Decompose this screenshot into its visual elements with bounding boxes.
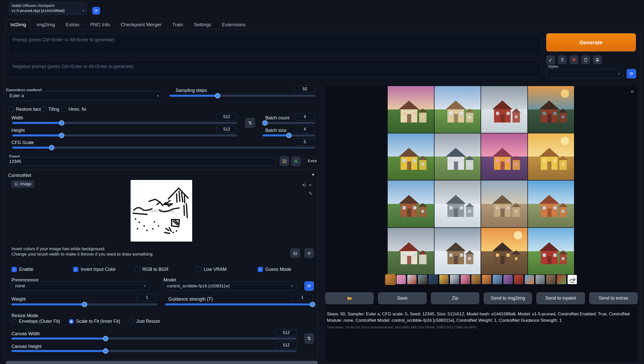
- gallery-image[interactable]: [481, 86, 527, 133]
- slider-knob[interactable]: [286, 133, 291, 138]
- clear-canvas-icon[interactable]: ×: [309, 182, 312, 188]
- clear-prompt-button[interactable]: [558, 55, 567, 64]
- slider-knob[interactable]: [59, 120, 64, 126]
- batch-count-slider[interactable]: [262, 122, 315, 124]
- save-style-button[interactable]: [593, 55, 602, 64]
- height-value[interactable]: 512: [216, 126, 237, 133]
- canvas-height-slider[interactable]: [11, 350, 297, 352]
- gallery-image[interactable]: [388, 133, 434, 180]
- gallery-image[interactable]: [435, 86, 481, 133]
- zip-button[interactable]: Zip: [431, 292, 479, 304]
- invert-input-color-checkbox[interactable]: Invert Input Color: [73, 267, 116, 272]
- random-seed-button[interactable]: ⚂: [280, 157, 289, 166]
- paste-params-button[interactable]: ↙: [546, 55, 555, 64]
- gallery-thumbnail[interactable]: [482, 275, 492, 284]
- tab-extensions[interactable]: Extensions: [217, 19, 250, 30]
- canvas-settings-button[interactable]: [304, 248, 314, 258]
- resize-mode-just-resize[interactable]: Just Resize: [129, 319, 160, 324]
- brush-icon[interactable]: ✎: [309, 191, 312, 196]
- slider-knob[interactable]: [103, 336, 108, 341]
- close-gallery-icon[interactable]: ×: [630, 88, 634, 95]
- gallery-thumbnail[interactable]: [557, 275, 566, 284]
- tab-settings[interactable]: Settings: [189, 19, 216, 30]
- new-canvas-button[interactable]: [290, 248, 300, 258]
- gallery-thumbnail[interactable]: [396, 275, 406, 284]
- tiling-checkbox[interactable]: Tiling: [41, 107, 59, 112]
- gallery-image[interactable]: [481, 180, 527, 227]
- extra-seed-checkbox[interactable]: Extra: [302, 158, 317, 163]
- batch-size-value[interactable]: 4: [295, 126, 315, 133]
- preprocessor-dropdown[interactable]: none ▾: [11, 281, 149, 291]
- collapse-icon[interactable]: ▼: [311, 173, 315, 177]
- gallery-image[interactable]: [528, 228, 574, 275]
- rgb-to-bgr-checkbox[interactable]: RGB to BGR: [135, 267, 169, 272]
- gallery-thumbnail[interactable]: [460, 275, 470, 284]
- styles-dropdown[interactable]: ▾: [546, 69, 623, 78]
- styles-refresh-button[interactable]: ⟳: [627, 69, 636, 78]
- save-button[interactable]: Save: [378, 292, 426, 304]
- send-to-img2img-button[interactable]: Send to img2img: [484, 292, 532, 304]
- width-slider[interactable]: [12, 122, 237, 124]
- guidance-strength-slider[interactable]: [165, 303, 313, 305]
- gallery-thumbnail[interactable]: [546, 275, 556, 284]
- checkpoint-selector[interactable]: Stable Diffusion checkpoint v1-5-pruned.…: [9, 2, 87, 15]
- low-vram-checkbox[interactable]: Low VRAM: [196, 267, 227, 272]
- gallery-image[interactable]: [388, 228, 434, 275]
- controlnet-model-dropdown[interactable]: control_scribble-fp16 [c508311e] ▾: [163, 281, 297, 291]
- slider-knob[interactable]: [262, 120, 268, 126]
- copy-style-button[interactable]: [581, 55, 590, 64]
- tab-txt2img[interactable]: txt2img: [6, 19, 31, 30]
- sampling-steps-slider[interactable]: [170, 95, 315, 97]
- hires-fix-checkbox[interactable]: Hires. fix: [61, 107, 86, 112]
- gallery-thumbnail[interactable]: [514, 275, 524, 284]
- tab-png-info[interactable]: PNG Info: [86, 19, 115, 30]
- apply-style-button[interactable]: [570, 55, 578, 64]
- gallery-thumbnail[interactable]: [503, 275, 513, 284]
- cfg-scale-slider[interactable]: [12, 147, 315, 149]
- slider-knob[interactable]: [310, 302, 315, 307]
- gallery-image[interactable]: [481, 133, 527, 180]
- resize-mode-scale-to-fit[interactable]: Scale to Fit (Inner Fit): [69, 319, 120, 324]
- controlnet-enable-checkbox[interactable]: Enable: [11, 267, 33, 272]
- resize-mode-envelope[interactable]: Envelope (Outer Fit): [11, 319, 60, 324]
- gallery-image[interactable]: [528, 180, 574, 227]
- swap-canvas-dims-button[interactable]: ⇅: [304, 333, 314, 344]
- seed-input[interactable]: 12345: [6, 157, 276, 166]
- gallery-thumbnail[interactable]: [535, 275, 545, 284]
- slider-knob[interactable]: [59, 133, 64, 138]
- gallery-thumbnail[interactable]: [525, 275, 534, 284]
- batch-size-slider[interactable]: [262, 134, 315, 136]
- gallery-image[interactable]: [435, 133, 481, 180]
- gallery-image[interactable]: [388, 180, 434, 227]
- canvas-height-value[interactable]: 512: [276, 342, 297, 349]
- batch-count-value[interactable]: 4: [295, 113, 315, 120]
- gallery-thumbnail[interactable]: [428, 275, 438, 284]
- gallery-thumbnail[interactable]: [450, 275, 459, 284]
- tab-extras[interactable]: Extras: [61, 19, 84, 30]
- send-to-extras-button[interactable]: Send to extras: [589, 292, 638, 304]
- reuse-seed-button[interactable]: ♻: [291, 157, 300, 166]
- collapsed-script-bar[interactable]: [6, 361, 318, 364]
- send-to-inpaint-button[interactable]: Send to inpaint: [536, 292, 585, 304]
- controlnet-canvas[interactable]: Start drawing: [131, 180, 192, 242]
- guess-mode-checkbox[interactable]: Guess Mode: [258, 267, 291, 272]
- slider-knob[interactable]: [49, 145, 54, 150]
- slider-knob[interactable]: [215, 93, 220, 99]
- height-slider[interactable]: [12, 134, 237, 136]
- width-value[interactable]: 512: [216, 113, 237, 120]
- model-refresh-button[interactable]: ⟳: [304, 281, 314, 291]
- gallery-image[interactable]: [388, 86, 434, 133]
- controlnet-image-tab[interactable]: Image: [11, 180, 34, 188]
- restore-faces-checkbox[interactable]: Restore faces: [8, 107, 44, 112]
- gallery-image[interactable]: [435, 228, 481, 275]
- gallery-image[interactable]: [528, 86, 574, 133]
- checkpoint-refresh-button[interactable]: ⟳: [92, 7, 100, 15]
- undo-icon[interactable]: ⟲: [302, 182, 306, 188]
- canvas-width-slider[interactable]: [11, 338, 297, 340]
- cfg-scale-value[interactable]: 5: [295, 138, 315, 146]
- gallery-thumbnail[interactable]: [567, 275, 577, 284]
- prompt-input[interactable]: [8, 33, 542, 55]
- tab-img2img[interactable]: img2img: [32, 19, 60, 30]
- weight-value[interactable]: 1: [137, 294, 157, 301]
- sampling-steps-value[interactable]: 50: [295, 86, 315, 93]
